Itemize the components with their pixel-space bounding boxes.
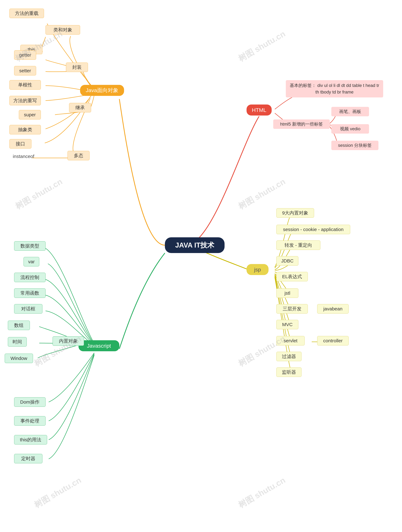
instanceof-node: instanceof [6,152,41,161]
jiantingqi-node: 监听器 [276,367,302,377]
html5-biaoqian-node: html5 新增的一些标签 [273,120,330,129]
shipin-vedio-node: 视频 vedio [331,124,369,133]
jicheng-node: 继承 [69,103,91,112]
jiekou-node: 接口 [9,139,31,149]
neizhi-duixiang-node: 内置对象 [53,336,84,346]
guolüqi-node: 过滤器 [276,352,302,361]
fangfa-chongxie-node: 方法的重写 [9,96,41,105]
jsp-node: jsp [247,264,269,275]
shijian-chuli-node: 事件处理 [14,416,46,426]
jdbc-node: JDBC [276,256,298,266]
huabi-huaban-node: 画笔、画板 [331,107,369,116]
chou-xiang-lei-node: 抽象类 [9,125,41,134]
jstl-node: jstl [276,288,298,298]
shuju-leixing-node: 数据类型 [14,241,46,251]
session-cookie-node: session - cookie - application [276,225,350,234]
dan-gen-xing-node: 单根性 [9,80,41,89]
servlet-node: servlet [276,336,305,345]
center-node: JAVA IT技术 [165,237,225,253]
jiuda-neizhi-node: 9大内置对象 [276,208,314,218]
session-fenkuai-node: session 分块标签 [331,141,378,150]
lei-he-duixiang-node: 类和对象 [46,25,80,35]
javascript-node: Javascript [79,340,119,351]
this-yongfa-node: this的用法 [14,435,47,444]
java-oop-node: Java面向对象 [80,85,124,96]
el-biaodalshi-node: EL表达式 [276,272,308,281]
changyong-hanshu-node: 常用函数 [14,288,46,298]
html-node: HTML [247,105,272,115]
setter-node: setter [14,66,36,76]
zhuanfa-node: 转发 - 重定向 [276,241,320,250]
javabean-node: javabean [317,304,349,314]
dingshiqi-node: 定时器 [14,454,42,463]
super-node: super [19,110,41,120]
window-node: Window [5,354,33,363]
mvc-node: MVC [276,320,298,329]
duihua-kuang-node: 对话框 [14,304,42,314]
san-ceng-kaifa-node: 三层开发 [276,304,308,314]
duotai-node: 多态 [68,151,90,160]
controller-node: controller [317,336,349,345]
liucheng-kongzhi-node: 流程控制 [14,273,46,282]
jiben-biaoqian-node: 基本的标签： div ul ol li dl dt dd table t hea… [286,80,383,97]
fangfa-chongzai-node: 方法的重载 [9,9,44,18]
dom-caozuo-node: Dom操作 [14,397,46,407]
getter-node: getter [14,50,36,60]
shijian-node: 时间 [8,337,27,347]
fengzhuang-node: 封装 [66,63,88,72]
var-node: var [24,257,39,266]
shuzu-node: 数组 [8,321,30,330]
